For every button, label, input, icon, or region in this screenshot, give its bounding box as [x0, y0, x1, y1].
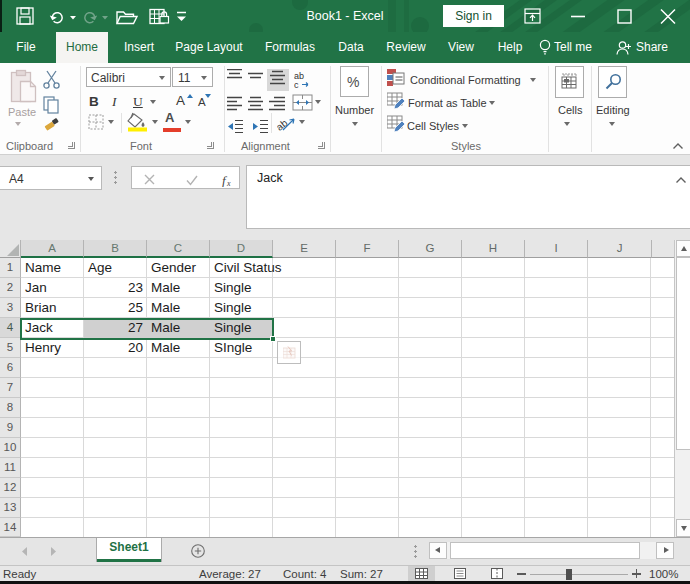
svg-text:c: c — [294, 80, 299, 89]
svg-text:x: x — [226, 179, 231, 188]
